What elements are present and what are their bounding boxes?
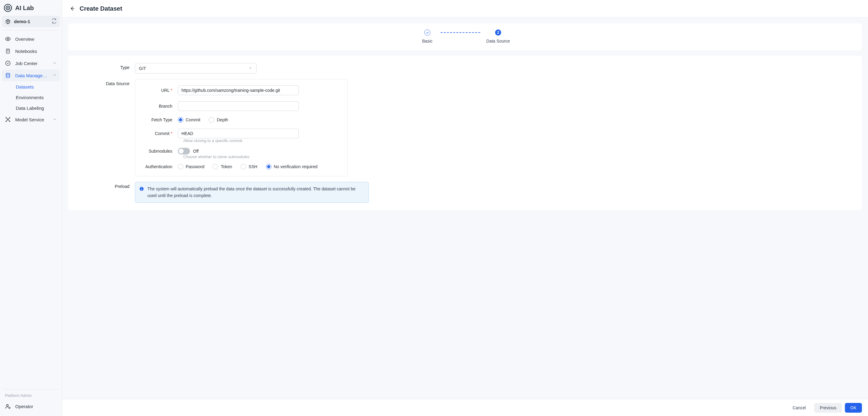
cancel-button[interactable]: Cancel	[787, 403, 811, 413]
ds-row-fetch-type: Fetch Type Commit Depth	[144, 117, 339, 123]
database-icon	[5, 72, 11, 79]
radio-token[interactable]: Token	[213, 164, 232, 169]
submodules-hint: Choose whether to clone submodules	[183, 154, 339, 159]
data-source-label: Data Source	[80, 79, 135, 86]
step-label: Basic	[422, 39, 432, 43]
svg-point-4	[11, 7, 12, 8]
chevron-up-icon	[53, 73, 57, 78]
ds-row-auth: Authentication Password Token	[144, 164, 339, 169]
radio-no-verification[interactable]: No verification required	[266, 164, 318, 169]
ds-row-url: URL	[144, 85, 339, 95]
sidebar-item-label: Data Manage…	[15, 73, 47, 78]
sidebar-divider	[2, 30, 59, 30]
branch-label: Branch	[144, 104, 178, 109]
row-type: Type GIT	[80, 63, 850, 73]
preload-alert: The system will automatically preload th…	[135, 182, 369, 203]
sidebar-item-label: Model Service	[15, 117, 44, 122]
workspace-name: demo-1	[14, 19, 30, 24]
chevron-down-icon	[53, 117, 57, 122]
svg-point-8	[6, 73, 10, 75]
step-connector	[441, 32, 480, 33]
footer: Cancel Previous OK	[62, 399, 868, 416]
content: Basic 2 Data Source Type GIT	[62, 17, 868, 399]
preload-message: The system will automatically preload th…	[147, 186, 364, 199]
radio-icon	[178, 164, 183, 169]
steps: Basic 2 Data Source	[418, 29, 512, 43]
svg-point-15	[9, 407, 10, 409]
nav: Overview Notebooks Job Center Data Manag…	[2, 33, 60, 126]
platform-admin-label: Platform Admin	[2, 391, 60, 400]
chevron-down-icon	[248, 66, 253, 71]
step-basic[interactable]: Basic	[418, 29, 436, 43]
sidebar-subitem-data-labeling[interactable]: Data Labeling	[2, 103, 60, 113]
sidebar-item-job-center[interactable]: Job Center	[2, 57, 60, 69]
fetch-type-label: Fetch Type	[144, 117, 178, 122]
commit-label: Commit	[144, 131, 178, 136]
data-management-subnav: Datasets Environments Data Labeling	[2, 82, 60, 113]
commit-hint-row: Allow cloning to a specific commit.	[183, 138, 339, 143]
row-preload: Preload The system will automatically pr…	[80, 182, 850, 203]
sidebar-item-overview[interactable]: Overview	[2, 33, 60, 45]
preload-label: Preload	[80, 182, 135, 189]
radio-label: Depth	[217, 117, 228, 122]
sidebar-divider	[2, 389, 59, 390]
steps-card: Basic 2 Data Source	[68, 23, 862, 50]
row-data-source: Data Source URL Branch	[80, 79, 850, 176]
radio-label: SSH	[249, 164, 257, 169]
sidebar-bottom: Platform Admin Operator	[2, 388, 60, 416]
svg-point-3	[7, 4, 8, 5]
sidebar-item-operator[interactable]: Operator	[2, 400, 60, 412]
operator-icon	[5, 403, 11, 409]
workspace-selector[interactable]: demo-1	[2, 16, 60, 27]
commit-input[interactable]	[178, 129, 299, 138]
radio-icon	[266, 164, 271, 169]
sidebar-item-data-management[interactable]: Data Manage…	[2, 69, 60, 82]
url-label: URL	[144, 88, 178, 93]
radio-ssh[interactable]: SSH	[241, 164, 257, 169]
topbar: Create Dataset	[62, 0, 868, 17]
back-button[interactable]	[69, 5, 75, 11]
commit-hint: Allow cloning to a specific commit.	[183, 138, 339, 143]
radio-password[interactable]: Password	[178, 164, 204, 169]
radio-icon	[213, 164, 218, 169]
radio-label: Password	[186, 164, 204, 169]
form-card: Type GIT Data Source URL	[68, 56, 862, 210]
branch-input[interactable]	[178, 101, 299, 111]
submodules-toggle[interactable]	[178, 148, 190, 154]
sidebar: AI Lab demo-1 Overview Notebooks	[0, 0, 62, 416]
auth-radios: Password Token SSH	[178, 164, 339, 169]
sidebar-subitem-datasets[interactable]: Datasets	[2, 82, 60, 92]
radio-depth[interactable]: Depth	[209, 117, 228, 123]
radio-icon	[241, 164, 246, 169]
step-check-icon	[424, 29, 430, 36]
workspace-switch-icon[interactable]	[51, 18, 57, 25]
url-input[interactable]	[178, 85, 299, 95]
radio-commit[interactable]: Commit	[178, 117, 200, 123]
notebook-icon	[5, 48, 11, 54]
logo-row: AI Lab	[2, 0, 60, 15]
svg-point-5	[7, 38, 9, 40]
ds-row-commit: Commit	[144, 129, 339, 138]
main: Create Dataset Basic 2 Data Source	[62, 0, 868, 416]
auth-label: Authentication	[144, 164, 178, 169]
sidebar-item-model-service[interactable]: Model Service	[2, 113, 60, 126]
ok-button[interactable]: OK	[845, 403, 862, 413]
sidebar-item-label: Overview	[15, 36, 34, 42]
step-data-source[interactable]: 2 Data Source	[485, 29, 512, 43]
info-icon	[139, 186, 144, 191]
logo-icon	[4, 4, 12, 12]
sidebar-subitem-environments[interactable]: Environments	[2, 92, 60, 103]
sidebar-item-notebooks[interactable]: Notebooks	[2, 45, 60, 57]
radio-label: Token	[221, 164, 232, 169]
step-number: 2	[495, 29, 501, 36]
fetch-type-radios: Commit Depth	[178, 117, 339, 123]
sidebar-item-label: Notebooks	[15, 49, 37, 54]
previous-button[interactable]: Previous	[814, 403, 842, 413]
radio-label: No verification required	[274, 164, 318, 169]
type-value: GIT	[139, 66, 146, 71]
radio-label: Commit	[186, 117, 200, 122]
submodules-label: Submodules	[144, 149, 178, 154]
type-select[interactable]: GIT	[135, 63, 256, 73]
chevron-down-icon	[53, 61, 57, 66]
type-label: Type	[80, 63, 135, 70]
